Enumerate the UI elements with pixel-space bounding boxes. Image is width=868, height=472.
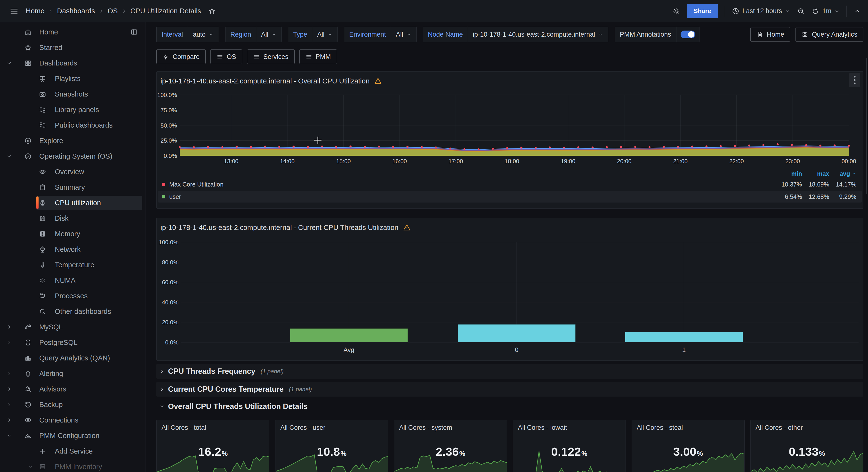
sidebar-item-pmm-configuration[interactable]: PMM Configuration: [0, 428, 145, 443]
query-analytics-link-button[interactable]: Query Analytics: [796, 27, 863, 42]
variable-label: Environment: [344, 27, 391, 42]
dashboard-scrollbar[interactable]: [866, 58, 867, 194]
sidebar-item-playlists[interactable]: Playlists: [0, 71, 145, 86]
series-name[interactable]: user: [169, 193, 181, 200]
chevron-right-icon[interactable]: [6, 417, 24, 423]
sidebar-item-operating-system-os[interactable]: Operating System (OS): [0, 148, 145, 164]
sidebar-item-other-dashboards[interactable]: Other dashboards: [0, 304, 145, 319]
sidebar-item-explore[interactable]: Explore: [0, 133, 145, 148]
dock-sidebar-icon[interactable]: [130, 28, 138, 36]
warning-icon[interactable]: [403, 224, 411, 232]
legend-sort-avg[interactable]: avg: [829, 170, 856, 177]
hamburger-menu-icon[interactable]: [9, 6, 19, 16]
svg-text:75.0%: 75.0%: [160, 107, 177, 114]
chevron-right-icon[interactable]: [6, 324, 24, 330]
row-cpu-threads-frequency[interactable]: CPU Threads Frequency(1 panel): [156, 364, 863, 379]
sidebar-item-snapshots[interactable]: Snapshots: [0, 86, 145, 102]
panel-title[interactable]: ip-10-178-1-40.us-east-2.compute.interna…: [160, 77, 382, 85]
collapse-topbar-icon[interactable]: [854, 7, 861, 15]
sidebar-item-mysql[interactable]: MySQL: [0, 319, 145, 335]
row-overall-cpu-threads-utilization-details[interactable]: Overall CPU Threads Utilization Details: [156, 401, 863, 412]
svg-text:00:00: 00:00: [842, 158, 856, 165]
refresh-picker[interactable]: 1m: [811, 7, 840, 15]
share-button[interactable]: Share: [687, 4, 718, 18]
pmm-annotations-toggle[interactable]: [676, 27, 700, 42]
sidebar-item-postgresql[interactable]: PostgreSQL: [0, 335, 145, 350]
sidebar-item-temperature[interactable]: Temperature: [0, 257, 145, 273]
sidebar-item-overview[interactable]: Overview: [0, 164, 145, 179]
breadcrumb-cpu-utilization-details[interactable]: CPU Utilization Details: [130, 7, 201, 15]
stat-panel-all-cores-system[interactable]: All Cores - system2.36%: [394, 420, 507, 472]
chevron-right-icon[interactable]: [6, 402, 24, 408]
breadcrumb-home[interactable]: Home: [26, 7, 44, 15]
sidebar-item-connections[interactable]: Connections: [0, 412, 145, 428]
presentation-icon: [39, 75, 50, 83]
stat-panel-all-cores-total[interactable]: All Cores - total16.2%: [156, 420, 269, 472]
sidebar-item-dashboards[interactable]: Dashboards: [0, 55, 145, 71]
variable-value-select[interactable]: All: [256, 27, 282, 42]
os-button[interactable]: OS: [211, 50, 242, 64]
sidebar-item-advisors[interactable]: Advisors: [0, 381, 145, 397]
series-name[interactable]: Max Core Utilization: [169, 181, 223, 188]
sidebar-item-network[interactable]: Network: [0, 242, 145, 257]
sidebar-item-pmm-inventory[interactable]: PMM Inventory: [0, 459, 145, 472]
chevron-spacer: [6, 91, 39, 97]
legend-sort-min[interactable]: min: [775, 170, 802, 177]
row-current-cpu-cores-temperature[interactable]: Current CPU Cores Temperature(1 panel): [156, 382, 863, 396]
sidebar-item-home[interactable]: Home: [0, 24, 145, 40]
chevron-right-icon[interactable]: [6, 371, 24, 377]
sidebar-item-backup[interactable]: Backup: [0, 397, 145, 412]
chevron-right-icon[interactable]: [6, 386, 24, 392]
button-label: Query Analytics: [812, 31, 857, 38]
compare-button[interactable]: Compare: [156, 50, 206, 64]
chart-bar-icon: [24, 354, 34, 362]
variable-value-select[interactable]: All: [312, 27, 338, 42]
variable-value-select[interactable]: All: [391, 27, 416, 42]
chevron-down-icon[interactable]: [6, 60, 24, 66]
chevron-down-icon[interactable]: [6, 153, 24, 159]
pmm-button[interactable]: PMM: [300, 50, 337, 64]
panel-title[interactable]: ip-10-178-1-40.us-east-2.compute.interna…: [160, 224, 411, 232]
sidebar-item-disk[interactable]: Disk: [0, 210, 145, 226]
thermometer-icon: [39, 261, 50, 269]
button-label: OS: [227, 53, 236, 61]
sidebar-item-summary[interactable]: Summary: [0, 179, 145, 195]
chevron-spacer: [6, 138, 24, 144]
stat-title: All Cores - total: [161, 424, 206, 432]
legend-row-max-core-utilization[interactable]: Max Core Utilization10.37%18.69%14.17%: [158, 178, 862, 190]
variable-value-select[interactable]: ip-10-178-1-40.us-east-2.compute.interna…: [468, 27, 608, 42]
sidebar-item-numa[interactable]: NUMA: [0, 273, 145, 288]
time-range-picker[interactable]: Last 12 hours: [732, 7, 790, 15]
time-zoom-out-icon[interactable]: [797, 7, 805, 15]
legend-sort-max[interactable]: max: [802, 170, 829, 177]
sidebar-item-add-service[interactable]: Add Service: [0, 443, 145, 459]
sidebar-item-starred[interactable]: Starred: [0, 40, 145, 55]
sidebar-item-alerting[interactable]: Alerting: [0, 366, 145, 381]
stat-panel-all-cores-other[interactable]: All Cores - other0.133%: [750, 420, 863, 472]
stat-panel-all-cores-iowait[interactable]: All Cores - iowait0.122%: [513, 420, 626, 472]
favorite-star-icon[interactable]: [208, 7, 216, 15]
chevron-down-icon[interactable]: [6, 433, 24, 439]
variable-value-select[interactable]: auto: [188, 27, 219, 42]
warning-icon[interactable]: [374, 77, 382, 85]
breadcrumb-dashboards[interactable]: Dashboards: [57, 7, 95, 15]
bar-chart[interactable]: 0.0%20.0%40.0%60.0%80.0%100.0%Avg01: [157, 218, 863, 360]
stat-panel-all-cores-user[interactable]: All Cores - user10.8%: [275, 420, 388, 472]
chevron-down-icon[interactable]: [6, 464, 39, 470]
chevron-right-icon[interactable]: [6, 339, 24, 346]
panel-menu-kebab-icon[interactable]: [849, 73, 860, 87]
sidebar-item-cpu-utilization[interactable]: CPU utilization: [0, 195, 145, 210]
dashboard-settings-icon[interactable]: [672, 7, 680, 15]
legend-row-user[interactable]: user6.54%12.68%9.29%: [158, 191, 862, 203]
sidebar-item-public-dashboards[interactable]: Public dashboards: [0, 117, 145, 133]
sidebar-item-query-analytics-qan[interactable]: Query Analytics (QAN): [0, 350, 145, 366]
sidebar-item-processes[interactable]: Processes: [0, 288, 145, 304]
sidebar-item-memory[interactable]: Memory: [0, 226, 145, 242]
chevron-spacer: [6, 184, 39, 190]
services-button[interactable]: Services: [247, 50, 294, 64]
stat-panel-all-cores-steal[interactable]: All Cores - steal3.00%: [631, 420, 745, 472]
breadcrumb-os[interactable]: OS: [107, 7, 118, 15]
clipboard-icon: [39, 183, 50, 191]
sidebar-item-library-panels[interactable]: Library panels: [0, 102, 145, 117]
home-link-button[interactable]: Home: [750, 27, 790, 42]
